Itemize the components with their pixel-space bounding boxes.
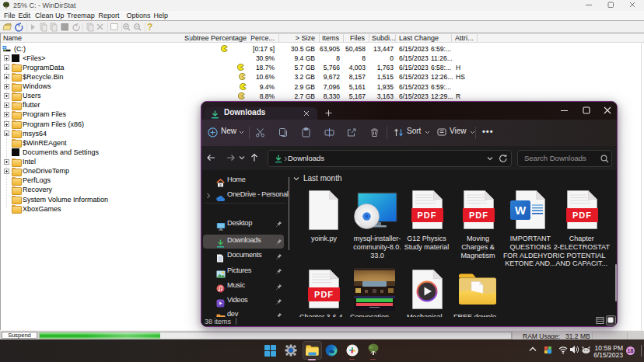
svg-text:?: ?	[147, 22, 152, 33]
